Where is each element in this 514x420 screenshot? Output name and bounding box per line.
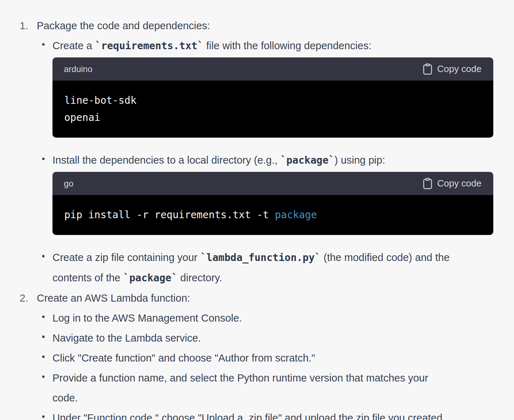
list-number: 2. [20,288,28,308]
bullet-text: Navigate to the Lambda service. [52,328,514,348]
bullet-text: Create a `requirements.txt` file with th… [52,36,514,56]
copy-code-button[interactable]: Copy code [423,178,482,190]
bullet-text-line-2: code. [52,388,514,408]
bullet-dot-icon [42,415,45,418]
inline-code: `lambda_function.py` [200,252,321,263]
code-block-body: line-bot-sdk openai [52,81,493,138]
list-item-bullet: Install the dependencies to a local dire… [37,150,514,235]
step-title: Package the code and dependencies: [37,16,514,36]
bullet-dot-icon [42,43,45,46]
code-language-label: go [64,179,74,189]
bullet-dot-icon [42,158,45,160]
list-item-bullet: Log in to the AWS Management Console. [37,308,514,328]
clipboard-icon [423,178,433,190]
text-segment: file with the following dependencies: [203,40,372,51]
code-block-header: arduino Copy code [52,57,493,81]
text-segment: Create a zip file containing your [52,252,200,263]
list-item-bullet: Click "Create function" and choose "Auth… [37,348,514,368]
inline-code: `package` [123,272,177,284]
code-block: go Copy code pip install -r requirements… [52,172,493,235]
clipboard-icon [423,63,433,75]
list-item-bullet: Navigate to the Lambda service. [37,328,514,348]
copy-code-label: Copy code [437,178,482,189]
text-segment: Install the dependencies to a local dire… [52,154,280,166]
text-segment: ) using pip: [334,154,385,166]
text-segment: directory. [177,272,222,283]
code-token-highlighted: package [275,209,317,221]
code-text: pip install -r requirements.txt -t [64,209,275,221]
list-item-bullet: Under "Function code," choose "Upload a … [37,408,514,420]
bullet-text: Click "Create function" and choose "Auth… [52,348,514,368]
bullet-text: Log in to the AWS Management Console. [52,308,514,328]
step-title: Create an AWS Lambda function: [37,288,514,308]
list-item-bullet: Create a `requirements.txt` file with th… [37,36,514,138]
bullet-dot-icon [42,255,45,257]
bullet-dot-icon [42,375,45,378]
list-item-bullet: Provide a function name, and select the … [37,368,514,408]
text-segment: (the modified code) and the [321,252,449,263]
code-block-header: go Copy code [52,172,493,195]
bullet-text: Under "Function code," choose "Upload a … [52,408,514,420]
text-segment: contents of the [52,272,123,283]
code-block-body: pip install -r requirements.txt -t packa… [52,195,493,235]
bullet-text: Install the dependencies to a local dire… [52,150,514,170]
inline-code: `requirements.txt` [95,40,203,52]
bullet-dot-icon [42,355,45,358]
code-line: line-bot-sdk [64,92,482,109]
bullet-dot-icon [42,336,45,338]
copy-code-label: Copy code [437,63,482,75]
bullet-text-line-1: Provide a function name, and select the … [52,368,514,388]
bullet-dot-icon [42,316,45,318]
copy-code-button[interactable]: Copy code [423,63,482,75]
code-block: arduino Copy code line-bot-sdk openai [52,57,493,138]
list-item-bullet: Create a zip file containing your `lambd… [37,247,514,288]
text-segment: Create a [52,40,95,51]
bullet-text-line-2: contents of the `package` directory. [52,268,514,288]
list-item-step-1: 1. Package the code and dependencies: Cr… [20,16,514,288]
list-item-step-2: 2. Create an AWS Lambda function: Log in… [20,288,514,420]
inline-code: `package` [280,154,334,166]
code-line: pip install -r requirements.txt -t packa… [64,206,482,224]
code-line: openai [64,109,482,126]
bullet-text-line-1: Create a zip file containing your `lambd… [52,247,514,268]
list-number: 1. [20,16,28,36]
code-language-label: arduino [64,64,92,74]
chat-message-content: 1. Package the code and dependencies: Cr… [0,0,514,420]
